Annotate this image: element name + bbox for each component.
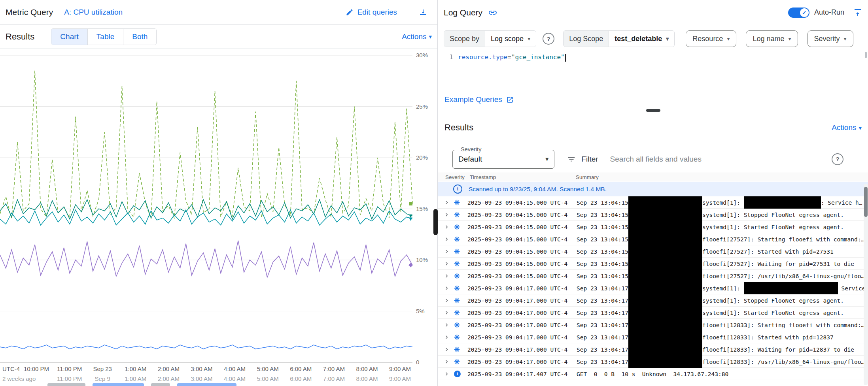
tab-both[interactable]: Both: [123, 29, 156, 45]
log-row[interactable]: i2025-09-23 09:04:17.407 UTC-4GET 0 0 B …: [438, 368, 868, 380]
svg-text:2:00 AM: 2:00 AM: [158, 375, 180, 382]
cpu-utilization-chart[interactable]: 30%25%20%15%10%5%0UTC-410:00 PM11:00 PMS…: [0, 49, 437, 386]
log-name-filter-dropdown[interactable]: Log name ▾: [746, 30, 798, 47]
log-row[interactable]: 2025-09-23 09:04:17.000 UTC-4Sep 23 13:0…: [438, 331, 868, 343]
log-row[interactable]: 2025-09-23 09:04:15.000 UTC-4Sep 23 13:0…: [438, 270, 868, 282]
log-timestamp: 2025-09-23 09:04:15.000 UTC-4: [467, 196, 577, 209]
link-icon[interactable]: [488, 8, 497, 17]
row-expand-chevron-icon[interactable]: [444, 196, 454, 209]
tab-table[interactable]: Table: [88, 29, 123, 45]
chevron-down-icon: ▾: [788, 36, 791, 42]
log-scope-value: test_deletable: [615, 35, 662, 43]
row-expand-chevron-icon[interactable]: [444, 209, 454, 221]
log-results-bar: Results Actions ▾: [438, 119, 868, 137]
collapse-panel-icon[interactable]: [853, 8, 862, 17]
log-row[interactable]: 2025-09-23 09:04:17.000 UTC-4Sep 23 13:0…: [438, 282, 868, 294]
row-expand-chevron-icon[interactable]: [444, 343, 454, 356]
log-timestamp: 2025-09-23 09:04:17.000 UTC-4: [467, 343, 577, 356]
row-expand-chevron-icon[interactable]: [444, 233, 454, 245]
row-expand-chevron-icon[interactable]: [444, 307, 454, 319]
metric-query-header: Metric Query A: CPU utilization Edit que…: [0, 0, 437, 25]
log-row[interactable]: 2025-09-23 09:04:17.000 UTC-4Sep 23 13:0…: [438, 343, 868, 356]
severity-select[interactable]: Severity Default ▾: [452, 150, 554, 169]
row-expand-chevron-icon[interactable]: [444, 356, 454, 368]
toggle-check-icon: ✓: [800, 8, 809, 17]
redaction-box: [744, 196, 821, 209]
default-severity-icon: [454, 209, 467, 221]
row-expand-chevron-icon[interactable]: [444, 319, 454, 331]
column-severity: Severity: [438, 174, 470, 180]
chart-footnote-fragment: [93, 383, 144, 386]
redaction-box: [628, 196, 702, 209]
metric-actions-dropdown[interactable]: Actions ▾: [402, 32, 432, 41]
default-severity-icon: [454, 282, 467, 294]
scope-help-icon[interactable]: ?: [543, 33, 554, 45]
log-scope-value-dropdown[interactable]: test_deletable ▾: [609, 31, 674, 47]
auto-run-toggle[interactable]: ✓: [788, 8, 809, 18]
default-severity-icon: [454, 331, 467, 343]
row-expand-chevron-icon[interactable]: [444, 368, 454, 380]
log-results-title: Results: [444, 122, 473, 133]
log-filter-row: Severity Default ▾ Filter ?: [438, 149, 868, 169]
log-row[interactable]: 2025-09-23 09:04:15.000 UTC-4Sep 23 13:0…: [438, 258, 868, 270]
expand-queries-icon[interactable]: [418, 8, 428, 17]
log-row[interactable]: 2025-09-23 09:04:15.000 UTC-4Sep 23 13:0…: [438, 233, 868, 245]
svg-text:10%: 10%: [416, 256, 428, 263]
splitter-drag-handle[interactable]: [433, 209, 438, 235]
log-row[interactable]: 2025-09-23 09:04:17.000 UTC-4Sep 23 13:0…: [438, 319, 868, 331]
svg-text:25%: 25%: [416, 103, 428, 110]
log-row[interactable]: 2025-09-23 09:04:17.000 UTC-4Sep 23 13:0…: [438, 307, 868, 319]
redaction-box: [628, 343, 702, 356]
redaction-box: [628, 307, 702, 319]
edit-queries-button[interactable]: Edit queries: [346, 8, 397, 17]
metric-query-a-link[interactable]: A: CPU utilization: [64, 8, 123, 17]
log-timestamp: 2025-09-23 09:04:17.000 UTC-4: [467, 294, 577, 307]
chart-footnote-fragment: [47, 383, 85, 386]
log-timestamp: 2025-09-23 09:04:17.000 UTC-4: [467, 356, 577, 368]
editor-scrollbar[interactable]: [865, 52, 867, 58]
log-scope-dropdown[interactable]: Log scope ▾: [485, 31, 536, 47]
log-summary: Sep 23 13:04:17flooefi[12833]: Waiting f…: [577, 343, 868, 356]
results-help-icon[interactable]: ?: [832, 153, 843, 165]
svg-text:3:00 AM: 3:00 AM: [191, 365, 212, 372]
log-summary: Sep 23 13:04:17systemd[1]: Service h…: [577, 282, 868, 294]
section-drag-handle[interactable]: [646, 109, 660, 112]
log-row[interactable]: 2025-09-23 09:04:15.000 UTC-4Sep 23 13:0…: [438, 196, 868, 209]
severity-filter-label: Severity: [814, 35, 840, 43]
log-summary: Sep 23 13:04:17flooefi[12833]: /usr/lib/…: [577, 356, 868, 368]
default-severity-icon: [454, 233, 467, 245]
log-row[interactable]: 2025-09-23 09:04:15.000 UTC-4Sep 23 13:0…: [438, 209, 868, 221]
filter-label: Filter: [581, 155, 598, 164]
query-value-token: "gce_instance": [511, 53, 565, 61]
row-expand-chevron-icon[interactable]: [444, 270, 454, 282]
query-text[interactable]: resource.type="gce_instance": [458, 50, 868, 91]
search-input[interactable]: [609, 154, 832, 164]
svg-text:6:00 AM: 6:00 AM: [290, 375, 312, 382]
log-row[interactable]: 2025-09-23 09:04:15.000 UTC-4Sep 23 13:0…: [438, 245, 868, 258]
row-expand-chevron-icon[interactable]: [444, 221, 454, 233]
log-scrollbar[interactable]: [864, 184, 868, 385]
log-row[interactable]: 2025-09-23 09:04:17.000 UTC-4Sep 23 13:0…: [438, 294, 868, 307]
log-actions-dropdown[interactable]: Actions ▾: [832, 123, 862, 132]
tab-chart[interactable]: Chart: [51, 29, 87, 45]
log-row[interactable]: 2025-09-23 09:04:17.000 UTC-4Sep 23 13:0…: [438, 356, 868, 368]
severity-filter-dropdown[interactable]: Severity ▾: [807, 30, 853, 47]
default-severity-icon: [454, 343, 467, 356]
log-summary: Sep 23 13:04:15flooefi[27527]: Starting …: [577, 233, 868, 245]
scrollbar-thumb[interactable]: [864, 187, 868, 217]
chevron-down-icon: ▾: [666, 36, 669, 42]
log-summary: Sep 23 13:04:17systemd[1]: Stopped FlooN…: [577, 294, 868, 307]
row-expand-chevron-icon[interactable]: [444, 294, 454, 307]
resource-filter-dropdown[interactable]: Resource ▾: [686, 30, 736, 47]
row-expand-chevron-icon[interactable]: [444, 258, 454, 270]
row-expand-chevron-icon[interactable]: [444, 245, 454, 258]
row-expand-chevron-icon[interactable]: [444, 331, 454, 343]
default-severity-icon: [454, 221, 467, 233]
row-expand-chevron-icon[interactable]: [444, 282, 454, 294]
default-severity-icon: [454, 258, 467, 270]
severity-select-value: Default: [458, 155, 482, 164]
query-operator-token: =: [507, 53, 511, 61]
example-queries-link[interactable]: Example Queries: [444, 95, 514, 104]
log-row[interactable]: 2025-09-23 09:04:15.000 UTC-4Sep 23 13:0…: [438, 221, 868, 233]
query-editor[interactable]: 1 resource.type="gce_instance": [438, 50, 868, 91]
